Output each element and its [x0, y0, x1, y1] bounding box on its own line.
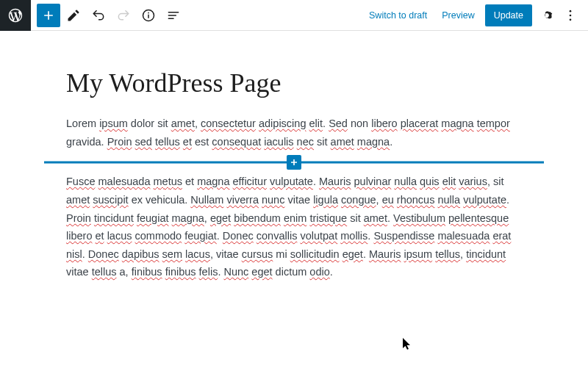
undo-button[interactable] — [87, 4, 110, 27]
paragraph-block-1[interactable]: Lorem ipsum dolor sit amet, consectetur … — [66, 115, 522, 151]
view-posts-button[interactable] — [0, 0, 31, 31]
gear-icon — [539, 8, 554, 23]
pencil-icon — [66, 8, 81, 23]
editor-canvas-scroll[interactable]: My WordPress Page Lorem ipsum dolor sit … — [0, 31, 588, 368]
more-options-button[interactable] — [559, 4, 582, 27]
post-title[interactable]: My WordPress Page — [66, 68, 522, 98]
editor-toolbar: Switch to draft Preview Update — [0, 0, 588, 31]
outline-button[interactable] — [162, 4, 185, 27]
paragraph-block-2[interactable]: Fusce malesuada metus et magna efficitur… — [66, 173, 522, 281]
sibling-block-inserter — [66, 155, 522, 170]
tools-button[interactable] — [62, 4, 85, 27]
settings-button[interactable] — [535, 4, 559, 27]
kebab-icon — [563, 8, 578, 23]
redo-icon — [116, 8, 131, 23]
toggle-block-inserter-button[interactable] — [37, 4, 60, 27]
switch-to-draft-link[interactable]: Switch to draft — [362, 6, 434, 25]
document-tools — [37, 4, 185, 27]
redo-button[interactable] — [112, 4, 135, 27]
svg-point-3 — [570, 18, 572, 21]
details-button[interactable] — [137, 4, 160, 27]
svg-point-2 — [570, 14, 572, 16]
plus-icon — [41, 8, 56, 23]
undo-icon — [91, 8, 106, 23]
update-button[interactable]: Update — [485, 4, 532, 26]
add-block-button[interactable] — [287, 155, 301, 170]
editor-canvas: My WordPress Page Lorem ipsum dolor sit … — [66, 31, 522, 340]
plus-icon — [288, 156, 300, 168]
wordpress-icon — [7, 7, 24, 24]
preview-link[interactable]: Preview — [434, 6, 481, 25]
list-view-icon — [166, 8, 181, 23]
info-icon — [141, 8, 156, 23]
svg-point-1 — [570, 10, 572, 12]
